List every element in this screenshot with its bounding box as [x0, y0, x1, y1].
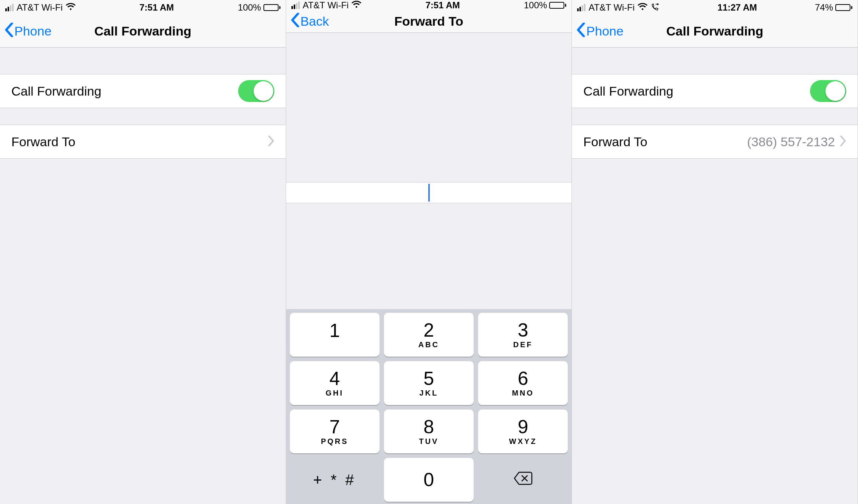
battery-icon	[263, 4, 280, 11]
keypad-key-5[interactable]: 5 JKL	[384, 361, 474, 405]
chevron-right-icon	[268, 135, 274, 149]
keypad-key-9[interactable]: 9 WXYZ	[478, 410, 568, 453]
text-caret	[428, 184, 430, 202]
battery-icon	[835, 4, 852, 11]
battery-icon	[549, 2, 566, 9]
status-bar: AT&T Wi-Fi 11:27 AM 74%	[572, 0, 858, 15]
keypad-key-symbols[interactable]: + * #	[290, 458, 379, 502]
forward-to-row[interactable]: Forward To (386) 557-2132	[572, 125, 858, 159]
signal-bars-icon	[5, 4, 14, 11]
carrier-label: AT&T Wi-Fi	[303, 0, 349, 11]
keypad-key-2[interactable]: 2 ABC	[384, 313, 474, 357]
signal-bars-icon	[577, 4, 585, 11]
status-bar: AT&T Wi-Fi 7:51 AM 100%	[286, 0, 572, 11]
clock-label: 7:51 AM	[426, 0, 460, 11]
keypad-key-1[interactable]: 1	[290, 313, 379, 357]
numeric-keypad: 1 2 ABC 3 DEF 4 GHI 5 JKL 6 MNO	[286, 309, 572, 504]
wifi-icon	[66, 3, 76, 12]
back-label: Back	[300, 14, 329, 29]
chevron-left-icon	[5, 23, 14, 40]
carrier-label: AT&T Wi-Fi	[589, 2, 635, 13]
keypad-key-3[interactable]: 3 DEF	[478, 313, 568, 357]
keypad-key-6[interactable]: 6 MNO	[478, 361, 568, 405]
back-button[interactable]: Phone	[576, 23, 623, 40]
carrier-label: AT&T Wi-Fi	[17, 2, 63, 13]
screen-forward-to: AT&T Wi-Fi 7:51 AM 100% Back Forward To	[286, 0, 572, 504]
nav-bar: Phone Call Forwarding	[572, 15, 858, 48]
status-bar: AT&T Wi-Fi 7:51 AM 100%	[0, 0, 286, 15]
screen-call-forwarding-filled: AT&T Wi-Fi 11:27 AM 74% Phone Call Forwa…	[572, 0, 858, 504]
signal-bars-icon	[291, 2, 300, 9]
clock-label: 7:51 AM	[139, 2, 174, 13]
forward-number-input[interactable]	[286, 182, 572, 203]
wifi-icon	[638, 3, 647, 12]
chevron-left-icon	[576, 23, 585, 40]
chevron-right-icon	[840, 135, 846, 149]
forward-to-label: Forward To	[583, 135, 647, 149]
back-label: Phone	[586, 24, 623, 39]
keypad-key-4[interactable]: 4 GHI	[290, 361, 379, 405]
back-label: Phone	[14, 24, 51, 39]
wifi-icon	[352, 1, 361, 10]
screen-call-forwarding: AT&T Wi-Fi 7:51 AM 100% Phone Call Forwa…	[0, 0, 286, 504]
toggle-label: Call Forwarding	[583, 84, 673, 99]
keypad-key-0[interactable]: 0	[384, 458, 474, 502]
battery-percent-label: 74%	[815, 2, 833, 13]
call-forwarding-switch[interactable]	[238, 80, 274, 102]
toggle-label: Call Forwarding	[11, 84, 101, 99]
keypad-key-backspace[interactable]	[478, 458, 568, 502]
call-forward-status-icon	[650, 3, 660, 12]
back-button[interactable]: Phone	[5, 23, 51, 40]
nav-bar: Phone Call Forwarding	[0, 15, 286, 48]
call-forwarding-switch[interactable]	[810, 80, 846, 102]
chevron-left-icon	[291, 13, 300, 30]
keypad-key-7[interactable]: 7 PQRS	[290, 410, 379, 453]
keypad-key-8[interactable]: 8 TUV	[384, 410, 474, 453]
forward-to-value: (386) 557-2132	[747, 135, 835, 149]
call-forwarding-toggle-row[interactable]: Call Forwarding	[572, 74, 858, 108]
forward-to-row[interactable]: Forward To	[0, 125, 286, 159]
battery-percent-label: 100%	[238, 2, 261, 13]
back-button[interactable]: Back	[291, 13, 329, 30]
call-forwarding-toggle-row[interactable]: Call Forwarding	[0, 74, 286, 108]
backspace-icon	[513, 471, 533, 489]
clock-label: 11:27 AM	[717, 2, 757, 13]
nav-bar: Back Forward To	[286, 11, 572, 33]
forward-to-label: Forward To	[11, 135, 75, 149]
battery-percent-label: 100%	[524, 0, 547, 11]
